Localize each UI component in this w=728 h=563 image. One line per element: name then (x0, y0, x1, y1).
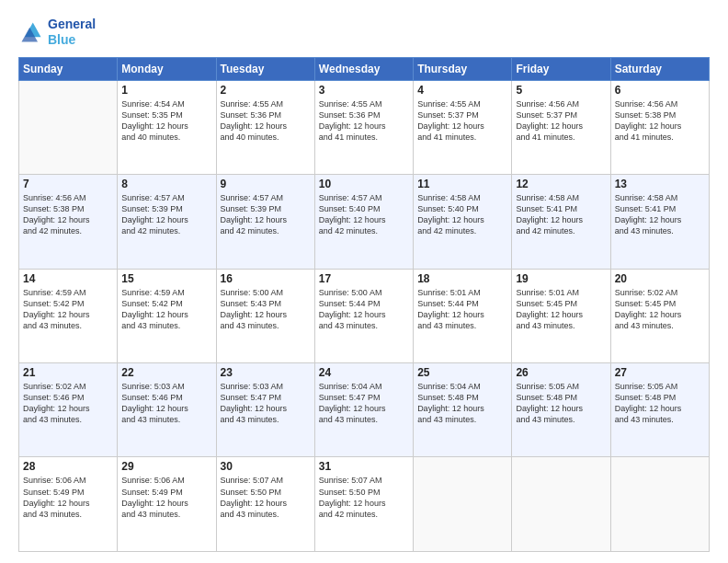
calendar-cell: 25Sunrise: 5:04 AMSunset: 5:48 PMDayligh… (414, 363, 512, 457)
cell-date-number: 21 (23, 366, 113, 379)
page: General Blue SundayMondayTuesdayWednesda… (0, 0, 728, 563)
calendar-cell: 17Sunrise: 5:00 AMSunset: 5:44 PMDayligh… (314, 269, 413, 362)
cell-date-number: 31 (319, 460, 409, 473)
cell-date-number: 2 (221, 84, 311, 97)
calendar-day-header: Monday (118, 57, 216, 80)
cell-info-text: Sunrise: 5:00 AMSunset: 5:44 PMDaylight:… (319, 287, 409, 332)
cell-date-number: 9 (221, 178, 311, 190)
calendar-week-row: 7Sunrise: 4:56 AMSunset: 5:38 PMDaylight… (19, 175, 710, 269)
cell-info-text: Sunrise: 5:06 AMSunset: 5:49 PMDaylight:… (121, 475, 211, 520)
calendar-cell: 19Sunrise: 5:01 AMSunset: 5:45 PMDayligh… (512, 269, 610, 362)
cell-date-number: 30 (221, 460, 311, 473)
cell-info-text: Sunrise: 5:02 AMSunset: 5:46 PMDaylight:… (23, 381, 113, 426)
cell-info-text: Sunrise: 4:59 AMSunset: 5:42 PMDaylight:… (23, 287, 113, 332)
calendar-cell: 20Sunrise: 5:02 AMSunset: 5:45 PMDayligh… (610, 269, 709, 362)
calendar-cell (414, 457, 512, 552)
cell-info-text: Sunrise: 4:58 AMSunset: 5:41 PMDaylight:… (516, 192, 606, 237)
cell-date-number: 19 (516, 272, 606, 285)
cell-info-text: Sunrise: 4:59 AMSunset: 5:42 PMDaylight:… (121, 287, 211, 332)
calendar-day-header: Tuesday (216, 57, 314, 80)
calendar-cell (19, 80, 118, 174)
cell-date-number: 6 (615, 84, 705, 97)
calendar-body: 1Sunrise: 4:54 AMSunset: 5:35 PMDaylight… (19, 80, 710, 551)
cell-info-text: Sunrise: 5:03 AMSunset: 5:46 PMDaylight:… (121, 381, 211, 426)
cell-info-text: Sunrise: 4:58 AMSunset: 5:41 PMDaylight:… (615, 192, 705, 237)
cell-info-text: Sunrise: 5:05 AMSunset: 5:48 PMDaylight:… (516, 381, 606, 426)
calendar-cell: 18Sunrise: 5:01 AMSunset: 5:44 PMDayligh… (414, 269, 512, 362)
calendar-cell: 21Sunrise: 5:02 AMSunset: 5:46 PMDayligh… (19, 363, 118, 457)
cell-info-text: Sunrise: 5:07 AMSunset: 5:50 PMDaylight:… (221, 475, 311, 520)
cell-date-number: 7 (23, 178, 113, 190)
calendar-cell: 23Sunrise: 5:03 AMSunset: 5:47 PMDayligh… (216, 363, 314, 457)
header: General Blue (18, 17, 710, 48)
cell-date-number: 27 (615, 366, 705, 379)
calendar-day-header: Saturday (610, 57, 709, 80)
calendar-table: SundayMondayTuesdayWednesdayThursdayFrid… (18, 57, 710, 552)
calendar-cell: 4Sunrise: 4:55 AMSunset: 5:37 PMDaylight… (414, 80, 512, 174)
cell-date-number: 10 (319, 178, 409, 190)
cell-info-text: Sunrise: 4:56 AMSunset: 5:38 PMDaylight:… (23, 192, 113, 237)
calendar-week-row: 21Sunrise: 5:02 AMSunset: 5:46 PMDayligh… (19, 363, 710, 457)
logo-text: General Blue (48, 17, 96, 48)
cell-date-number: 5 (516, 84, 606, 97)
cell-date-number: 22 (121, 366, 211, 379)
logo: General Blue (18, 17, 96, 48)
calendar-day-header: Thursday (414, 57, 512, 80)
cell-date-number: 17 (319, 272, 409, 285)
calendar-cell: 6Sunrise: 4:56 AMSunset: 5:38 PMDaylight… (610, 80, 709, 174)
cell-date-number: 1 (121, 84, 211, 97)
calendar-cell: 29Sunrise: 5:06 AMSunset: 5:49 PMDayligh… (118, 457, 216, 552)
calendar-week-row: 14Sunrise: 4:59 AMSunset: 5:42 PMDayligh… (19, 269, 710, 362)
calendar-cell: 10Sunrise: 4:57 AMSunset: 5:40 PMDayligh… (314, 175, 413, 269)
calendar-cell: 31Sunrise: 5:07 AMSunset: 5:50 PMDayligh… (314, 457, 413, 552)
cell-date-number: 15 (121, 272, 211, 285)
calendar-cell: 24Sunrise: 5:04 AMSunset: 5:47 PMDayligh… (314, 363, 413, 457)
cell-date-number: 23 (221, 366, 311, 379)
calendar-cell: 9Sunrise: 4:57 AMSunset: 5:39 PMDaylight… (216, 175, 314, 269)
calendar-cell: 30Sunrise: 5:07 AMSunset: 5:50 PMDayligh… (216, 457, 314, 552)
cell-date-number: 13 (615, 178, 705, 190)
calendar-cell: 1Sunrise: 4:54 AMSunset: 5:35 PMDaylight… (118, 80, 216, 174)
cell-info-text: Sunrise: 5:04 AMSunset: 5:47 PMDaylight:… (319, 381, 409, 426)
cell-info-text: Sunrise: 5:05 AMSunset: 5:48 PMDaylight:… (615, 381, 705, 426)
calendar-week-row: 28Sunrise: 5:06 AMSunset: 5:49 PMDayligh… (19, 457, 710, 552)
calendar-cell (610, 457, 709, 552)
cell-info-text: Sunrise: 4:55 AMSunset: 5:36 PMDaylight:… (221, 98, 311, 144)
calendar-cell: 26Sunrise: 5:05 AMSunset: 5:48 PMDayligh… (512, 363, 610, 457)
calendar-cell: 8Sunrise: 4:57 AMSunset: 5:39 PMDaylight… (118, 175, 216, 269)
cell-date-number: 28 (23, 460, 113, 473)
cell-date-number: 16 (221, 272, 311, 285)
calendar-day-header: Friday (512, 57, 610, 80)
logo-icon (18, 19, 44, 45)
cell-info-text: Sunrise: 4:57 AMSunset: 5:39 PMDaylight:… (221, 192, 311, 237)
cell-date-number: 26 (516, 366, 606, 379)
cell-info-text: Sunrise: 4:56 AMSunset: 5:37 PMDaylight:… (516, 98, 606, 144)
cell-info-text: Sunrise: 4:57 AMSunset: 5:40 PMDaylight:… (319, 192, 409, 237)
cell-date-number: 25 (417, 366, 507, 379)
calendar-cell: 14Sunrise: 4:59 AMSunset: 5:42 PMDayligh… (19, 269, 118, 362)
calendar-cell: 5Sunrise: 4:56 AMSunset: 5:37 PMDaylight… (512, 80, 610, 174)
cell-info-text: Sunrise: 5:02 AMSunset: 5:45 PMDaylight:… (615, 287, 705, 332)
cell-date-number: 11 (417, 178, 507, 190)
cell-info-text: Sunrise: 5:03 AMSunset: 5:47 PMDaylight:… (221, 381, 311, 426)
cell-date-number: 20 (615, 272, 705, 285)
cell-date-number: 3 (319, 84, 409, 97)
cell-date-number: 14 (23, 272, 113, 285)
calendar-day-header: Sunday (19, 57, 118, 80)
cell-info-text: Sunrise: 5:01 AMSunset: 5:45 PMDaylight:… (516, 287, 606, 332)
cell-info-text: Sunrise: 4:55 AMSunset: 5:37 PMDaylight:… (417, 98, 507, 144)
cell-info-text: Sunrise: 4:57 AMSunset: 5:39 PMDaylight:… (121, 192, 211, 237)
cell-date-number: 12 (516, 178, 606, 190)
calendar-cell: 7Sunrise: 4:56 AMSunset: 5:38 PMDaylight… (19, 175, 118, 269)
calendar-cell: 16Sunrise: 5:00 AMSunset: 5:43 PMDayligh… (216, 269, 314, 362)
calendar-cell: 27Sunrise: 5:05 AMSunset: 5:48 PMDayligh… (610, 363, 709, 457)
calendar-cell: 12Sunrise: 4:58 AMSunset: 5:41 PMDayligh… (512, 175, 610, 269)
cell-date-number: 4 (417, 84, 507, 97)
cell-date-number: 8 (121, 178, 211, 190)
calendar-day-header: Wednesday (314, 57, 413, 80)
calendar-cell: 22Sunrise: 5:03 AMSunset: 5:46 PMDayligh… (118, 363, 216, 457)
cell-date-number: 18 (417, 272, 507, 285)
calendar-week-row: 1Sunrise: 4:54 AMSunset: 5:35 PMDaylight… (19, 80, 710, 174)
calendar-cell: 28Sunrise: 5:06 AMSunset: 5:49 PMDayligh… (19, 457, 118, 552)
cell-info-text: Sunrise: 5:07 AMSunset: 5:50 PMDaylight:… (319, 475, 409, 520)
